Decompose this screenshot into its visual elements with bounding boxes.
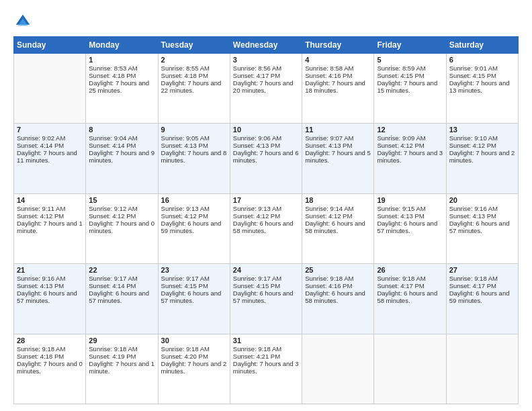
daylight-text: Daylight: 7 hours and 1 minute.	[17, 220, 83, 234]
day-number: 14	[17, 196, 83, 204]
calendar-week-row: 21Sunrise: 9:16 AMSunset: 4:13 PMDayligh…	[14, 264, 519, 334]
sunset-text: Sunset: 4:19 PM	[89, 353, 154, 360]
sunset-text: Sunset: 4:14 PM	[89, 282, 154, 289]
sunset-text: Sunset: 4:15 PM	[377, 72, 443, 79]
daylight-text: Daylight: 7 hours and 15 minutes.	[377, 79, 443, 94]
daylight-text: Daylight: 7 hours and 25 minutes.	[89, 79, 154, 94]
daylight-text: Daylight: 6 hours and 59 minutes.	[161, 220, 227, 234]
sunrise-text: Sunrise: 9:18 AM	[89, 345, 154, 353]
day-number: 25	[305, 266, 371, 274]
daylight-text: Daylight: 6 hours and 57 minutes.	[161, 289, 227, 304]
daylight-text: Daylight: 7 hours and 0 minutes.	[17, 360, 83, 375]
daylight-text: Daylight: 7 hours and 22 minutes.	[161, 79, 227, 94]
col-thursday: Thursday	[302, 37, 374, 54]
col-sunday: Sunday	[14, 37, 86, 54]
sunrise-text: Sunrise: 9:02 AM	[17, 134, 83, 142]
daylight-text: Daylight: 7 hours and 3 minutes.	[377, 149, 443, 164]
sunrise-text: Sunrise: 9:13 AM	[233, 205, 299, 212]
table-row: 15Sunrise: 9:12 AMSunset: 4:12 PMDayligh…	[86, 193, 158, 263]
daylight-text: Daylight: 7 hours and 2 minutes.	[449, 149, 515, 164]
table-row: 3Sunrise: 8:56 AMSunset: 4:17 PMDaylight…	[230, 54, 302, 124]
day-number: 4	[305, 56, 371, 64]
sunrise-text: Sunrise: 9:18 AM	[449, 275, 515, 282]
sunrise-text: Sunrise: 9:06 AM	[233, 134, 299, 142]
daylight-text: Daylight: 6 hours and 57 minutes.	[449, 220, 515, 234]
table-row: 13Sunrise: 9:10 AMSunset: 4:12 PMDayligh…	[446, 124, 518, 193]
sunset-text: Sunset: 4:12 PM	[377, 142, 443, 149]
sunrise-text: Sunrise: 9:17 AM	[89, 275, 154, 282]
daylight-text: Daylight: 6 hours and 58 minutes.	[305, 289, 371, 304]
table-row: 20Sunrise: 9:16 AMSunset: 4:13 PMDayligh…	[446, 193, 518, 263]
table-row: 30Sunrise: 9:18 AMSunset: 4:20 PMDayligh…	[158, 334, 230, 404]
sunrise-text: Sunrise: 9:10 AM	[449, 134, 515, 142]
sunrise-text: Sunrise: 9:18 AM	[305, 275, 371, 282]
table-row: 21Sunrise: 9:16 AMSunset: 4:13 PMDayligh…	[14, 264, 86, 334]
sunrise-text: Sunrise: 9:18 AM	[377, 275, 443, 282]
sunset-text: Sunset: 4:18 PM	[161, 72, 227, 79]
table-row: 12Sunrise: 9:09 AMSunset: 4:12 PMDayligh…	[374, 124, 446, 193]
day-number: 13	[449, 126, 515, 134]
page: Sunday Monday Tuesday Wednesday Thursday…	[0, 0, 532, 411]
sunrise-text: Sunrise: 8:56 AM	[233, 64, 299, 72]
table-row	[14, 54, 86, 124]
sunrise-text: Sunrise: 8:59 AM	[377, 64, 443, 72]
daylight-text: Daylight: 7 hours and 13 minutes.	[449, 79, 515, 94]
day-number: 18	[305, 196, 371, 204]
table-row: 17Sunrise: 9:13 AMSunset: 4:12 PMDayligh…	[230, 193, 302, 263]
sunset-text: Sunset: 4:15 PM	[449, 72, 515, 79]
sunset-text: Sunset: 4:13 PM	[17, 282, 83, 289]
sunset-text: Sunset: 4:14 PM	[89, 142, 154, 149]
sunset-text: Sunset: 4:13 PM	[449, 212, 515, 220]
daylight-text: Daylight: 6 hours and 57 minutes.	[17, 289, 83, 304]
table-row: 22Sunrise: 9:17 AMSunset: 4:14 PMDayligh…	[86, 264, 158, 334]
table-row: 8Sunrise: 9:04 AMSunset: 4:14 PMDaylight…	[86, 124, 158, 193]
table-row: 14Sunrise: 9:11 AMSunset: 4:12 PMDayligh…	[14, 193, 86, 263]
day-number: 1	[89, 56, 154, 64]
sunrise-text: Sunrise: 9:17 AM	[161, 275, 227, 282]
sunrise-text: Sunrise: 8:53 AM	[89, 64, 154, 72]
col-wednesday: Wednesday	[230, 37, 302, 54]
sunrise-text: Sunrise: 9:12 AM	[89, 205, 154, 212]
day-number: 24	[233, 266, 299, 274]
sunset-text: Sunset: 4:12 PM	[17, 212, 83, 220]
day-number: 16	[161, 196, 227, 204]
calendar-table: Sunday Monday Tuesday Wednesday Thursday…	[13, 36, 519, 404]
table-row: 24Sunrise: 9:17 AMSunset: 4:15 PMDayligh…	[230, 264, 302, 334]
sunrise-text: Sunrise: 9:16 AM	[449, 205, 515, 212]
calendar-week-row: 7Sunrise: 9:02 AMSunset: 4:14 PMDaylight…	[14, 124, 519, 193]
sunrise-text: Sunrise: 8:58 AM	[305, 64, 371, 72]
table-row: 28Sunrise: 9:18 AMSunset: 4:18 PMDayligh…	[14, 334, 86, 404]
sunrise-text: Sunrise: 9:11 AM	[17, 205, 83, 212]
table-row: 29Sunrise: 9:18 AMSunset: 4:19 PMDayligh…	[86, 334, 158, 404]
daylight-text: Daylight: 7 hours and 1 minute.	[89, 360, 154, 375]
daylight-text: Daylight: 6 hours and 58 minutes.	[305, 220, 371, 234]
table-row: 25Sunrise: 9:18 AMSunset: 4:16 PMDayligh…	[302, 264, 374, 334]
table-row	[302, 334, 374, 404]
header	[13, 12, 519, 31]
sunrise-text: Sunrise: 9:18 AM	[161, 345, 227, 353]
sunrise-text: Sunrise: 9:04 AM	[89, 134, 154, 142]
daylight-text: Daylight: 6 hours and 58 minutes.	[233, 220, 299, 234]
sunrise-text: Sunrise: 9:18 AM	[17, 345, 83, 353]
daylight-text: Daylight: 7 hours and 9 minutes.	[89, 149, 154, 164]
day-number: 22	[89, 266, 154, 274]
sunset-text: Sunset: 4:12 PM	[233, 212, 299, 220]
table-row: 18Sunrise: 9:14 AMSunset: 4:12 PMDayligh…	[302, 193, 374, 263]
day-number: 23	[161, 266, 227, 274]
col-friday: Friday	[374, 37, 446, 54]
table-row: 6Sunrise: 9:01 AMSunset: 4:15 PMDaylight…	[446, 54, 518, 124]
calendar-week-row: 1Sunrise: 8:53 AMSunset: 4:18 PMDaylight…	[14, 54, 519, 124]
day-number: 28	[17, 336, 83, 345]
day-number: 2	[161, 56, 227, 64]
col-tuesday: Tuesday	[158, 37, 230, 54]
day-number: 6	[449, 56, 515, 64]
sunset-text: Sunset: 4:12 PM	[449, 142, 515, 149]
daylight-text: Daylight: 7 hours and 3 minutes.	[233, 360, 299, 375]
logo	[13, 12, 35, 31]
daylight-text: Daylight: 6 hours and 57 minutes.	[233, 289, 299, 304]
daylight-text: Daylight: 7 hours and 8 minutes.	[161, 149, 227, 164]
day-number: 29	[89, 336, 154, 345]
day-number: 20	[449, 196, 515, 204]
day-number: 10	[233, 126, 299, 134]
sunset-text: Sunset: 4:17 PM	[449, 282, 515, 289]
